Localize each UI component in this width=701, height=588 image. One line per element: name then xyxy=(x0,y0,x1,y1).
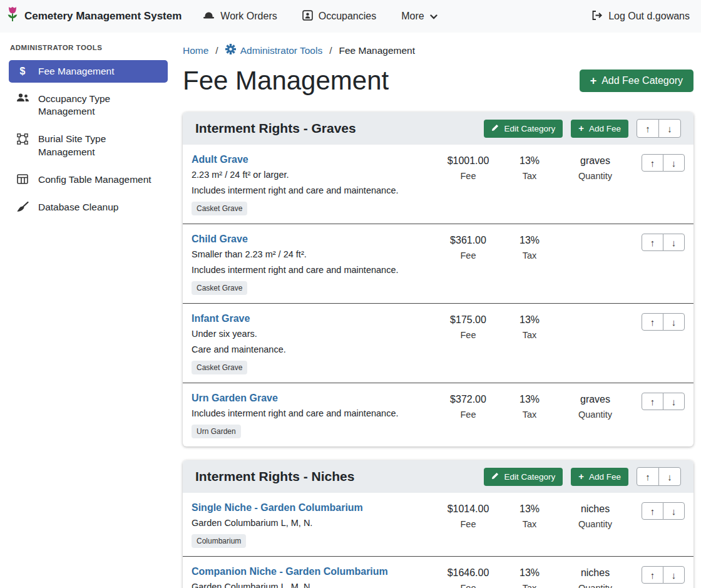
fee-amount: $1001.00 xyxy=(436,155,501,167)
sidebar-item-database-cleanup[interactable]: Database Cleanup xyxy=(9,196,168,219)
fee-quantity-label: Quantity xyxy=(558,583,632,588)
arrow-up-icon: ↑ xyxy=(650,396,655,407)
move-fee-up-button[interactable]: ↑ xyxy=(642,234,663,251)
move-fee-down-button[interactable]: ↓ xyxy=(663,566,685,584)
fee-tax-label: Tax xyxy=(501,519,558,529)
edit-category-button[interactable]: Edit Category xyxy=(484,468,563,486)
sidebar-heading: Administrator Tools xyxy=(10,44,168,51)
add-fee-button[interactable]: + Add Fee xyxy=(571,468,628,486)
move-fee-up-button[interactable]: ↑ xyxy=(642,393,663,410)
breadcrumb-current: Fee Management xyxy=(339,45,416,56)
breadcrumb-separator: / xyxy=(329,45,332,56)
breadcrumb-admin-tools-link[interactable]: Administrator Tools xyxy=(240,45,323,56)
add-fee-button[interactable]: + Add Fee xyxy=(571,120,628,138)
move-category-up-button[interactable]: ↑ xyxy=(637,467,659,486)
sidebar-item-config-table-management[interactable]: Config Table Management xyxy=(9,168,168,191)
nav-item-more[interactable]: More xyxy=(401,11,437,22)
fee-type-badge: Urn Garden xyxy=(192,425,241,438)
arrow-up-icon: ↑ xyxy=(645,123,650,134)
category-title: Interment Rights - Graves xyxy=(195,121,356,136)
move-fee-down-button[interactable]: ↓ xyxy=(663,393,685,410)
sidebar-item-burial-site-type-management[interactable]: Burial Site Type Management xyxy=(9,128,168,163)
fee-name-link[interactable]: Infant Grave xyxy=(192,313,250,324)
arrow-up-icon: ↑ xyxy=(650,570,655,580)
table-icon xyxy=(15,174,30,184)
move-category-down-button[interactable]: ↓ xyxy=(658,467,681,486)
move-fee-up-button[interactable]: ↑ xyxy=(642,502,663,520)
move-fee-down-button[interactable]: ↓ xyxy=(663,234,685,251)
move-category-down-button[interactable]: ↓ xyxy=(658,119,681,138)
fee-reorder-group: ↑ ↓ xyxy=(636,313,685,331)
top-navbar: Cemetery Management System Work Orders O… xyxy=(0,0,701,33)
fee-type-badge: Columbarium xyxy=(192,534,246,548)
category-reorder-group: ↑ ↓ xyxy=(637,467,681,486)
users-icon xyxy=(15,93,30,102)
sidebar-item-label: Database Cleanup xyxy=(38,201,118,214)
main-content: Home / xyxy=(175,33,701,588)
fee-amount-label: Fee xyxy=(436,519,501,529)
fee-quantity: graves xyxy=(558,155,632,167)
logout-icon xyxy=(591,10,603,23)
gear-icon xyxy=(225,44,236,57)
fee-name-link[interactable]: Urn Garden Grave xyxy=(192,393,278,404)
fee-amount-label: Fee xyxy=(436,250,501,260)
move-fee-up-button[interactable]: ↑ xyxy=(642,154,663,172)
nav-item-occupancies[interactable]: Occupancies xyxy=(302,10,377,23)
fee-row: Urn Garden Grave Includes interment righ… xyxy=(183,383,693,446)
navbar-items: Work Orders Occupancies More xyxy=(203,10,437,23)
fee-quantity: graves xyxy=(558,394,632,405)
dollar-icon: $ xyxy=(15,66,30,77)
plus-icon: + xyxy=(578,473,584,480)
edit-category-button[interactable]: Edit Category xyxy=(484,120,563,138)
fee-row: Child Grave Smaller than 2.23 m² / 24 ft… xyxy=(183,224,693,303)
fee-reorder-group: ↑ ↓ xyxy=(636,234,685,251)
move-category-up-button[interactable]: ↑ xyxy=(637,119,659,138)
fee-tax: 13% xyxy=(501,155,558,167)
fee-amount: $175.00 xyxy=(436,314,501,326)
arrow-down-icon: ↓ xyxy=(672,158,677,168)
fee-reorder-group: ↑ ↓ xyxy=(636,566,685,584)
fee-tax-label: Tax xyxy=(501,410,558,420)
fee-tax: 13% xyxy=(501,314,558,326)
fee-description: Includes interment right and care and ma… xyxy=(192,408,429,418)
fee-name-link[interactable]: Companion Niche - Garden Columbarium xyxy=(192,566,388,577)
arrow-up-icon: ↑ xyxy=(650,506,655,517)
admin-sidebar: Administrator Tools $ Fee Management Occ… xyxy=(0,33,175,588)
app-brand[interactable]: Cemetery Management System xyxy=(6,6,182,26)
move-fee-down-button[interactable]: ↓ xyxy=(663,154,685,172)
arrow-down-icon: ↓ xyxy=(672,570,677,580)
breadcrumb-home-link[interactable]: Home xyxy=(183,45,208,56)
fee-name-link[interactable]: Adult Grave xyxy=(192,154,248,165)
fee-row: Infant Grave Under six years. Care and m… xyxy=(183,303,693,383)
nav-item-work-orders[interactable]: Work Orders xyxy=(203,10,277,23)
sidebar-item-label: Occupancy Type Management xyxy=(38,93,161,118)
fee-description: Smaller than 2.23 m² / 24 ft². xyxy=(192,249,429,259)
add-fee-category-label: Add Fee Category xyxy=(601,75,683,86)
sidebar-item-label: Burial Site Type Management xyxy=(38,133,161,158)
fee-amount: $1646.00 xyxy=(436,567,501,579)
fee-name-link[interactable]: Single Niche - Garden Columbarium xyxy=(192,502,363,513)
fee-amount-label: Fee xyxy=(436,583,501,588)
fee-tax: 13% xyxy=(501,567,558,579)
move-fee-up-button[interactable]: ↑ xyxy=(642,313,663,331)
sidebar-item-label: Fee Management xyxy=(38,65,115,78)
fee-description: 2.23 m² / 24 ft² or larger. xyxy=(192,170,429,180)
arrow-up-icon: ↑ xyxy=(650,237,655,248)
move-fee-down-button[interactable]: ↓ xyxy=(663,313,685,331)
page-title: Fee Management xyxy=(183,66,389,96)
fee-reorder-group: ↑ ↓ xyxy=(636,393,685,410)
fee-description: Includes interment right and care and ma… xyxy=(192,185,429,195)
sidebar-item-occupancy-type-management[interactable]: Occupancy Type Management xyxy=(9,88,168,123)
fee-amount-label: Fee xyxy=(436,330,501,340)
arrow-down-icon: ↓ xyxy=(672,396,677,407)
sidebar-item-fee-management[interactable]: $ Fee Management xyxy=(9,60,168,83)
fee-quantity-label: Quantity xyxy=(558,519,632,529)
fee-row: Adult Grave 2.23 m² / 24 ft² or larger. … xyxy=(183,145,693,224)
move-fee-up-button[interactable]: ↑ xyxy=(642,566,663,584)
fee-quantity-label: Quantity xyxy=(558,171,632,181)
move-fee-down-button[interactable]: ↓ xyxy=(663,502,685,520)
logout-button[interactable]: Log Out d.gowans xyxy=(591,10,690,23)
fee-category-card-niches: Interment Rights - Niches Edit Category … xyxy=(183,460,693,588)
add-fee-category-button[interactable]: + Add Fee Category xyxy=(580,70,693,92)
fee-name-link[interactable]: Child Grave xyxy=(192,234,248,245)
